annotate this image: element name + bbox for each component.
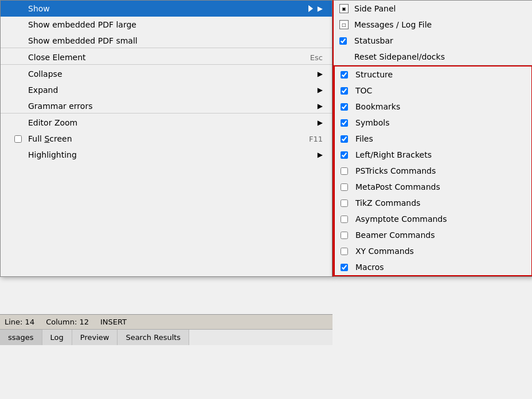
highlighting-arrow: ▶ xyxy=(318,151,323,159)
bookmarks-checkbox[interactable] xyxy=(341,103,348,111)
line-indicator: Line: 14 xyxy=(5,318,34,326)
submenu-item-reset-sidepanel[interactable]: Reset Sidepanel/docks xyxy=(334,49,532,65)
menu-item-grammar-errors[interactable]: Grammar errors ▶ xyxy=(1,98,332,114)
submenu-item-symbols[interactable]: Symbols xyxy=(335,115,531,131)
docked-panels-section: Structure TOC Bookmarks Symbols xyxy=(334,65,532,276)
submenu-item-files[interactable]: Files xyxy=(335,131,531,147)
menu-item-highlighting[interactable]: Highlighting ▶ xyxy=(1,147,332,163)
submenu-item-pstricks-commands[interactable]: PSTricks Commands xyxy=(335,163,531,179)
beamer-checkbox[interactable] xyxy=(341,232,348,239)
messages-log-icon: □ xyxy=(339,20,349,29)
submenu-item-structure[interactable]: Structure xyxy=(335,66,531,83)
tab-search-results[interactable]: Search Results xyxy=(118,330,189,345)
submenu-item-toc[interactable]: TOC xyxy=(335,83,531,99)
menu-item-editor-zoom[interactable]: Editor Zoom ▶ xyxy=(1,115,332,131)
submenu-item-asymptote-commands[interactable]: Asymptote Commands xyxy=(335,211,531,227)
submenu-item-xy-commands[interactable]: XY Commands xyxy=(335,243,531,259)
submenu-item-beamer-commands[interactable]: Beamer Commands xyxy=(335,227,531,243)
submenu-item-macros[interactable]: Macros xyxy=(335,259,531,275)
left-right-brackets-checkbox[interactable] xyxy=(341,151,348,159)
macros-checkbox[interactable] xyxy=(341,264,348,271)
expand-arrow: ▶ xyxy=(318,86,323,94)
toc-checkbox[interactable] xyxy=(341,87,348,95)
grammar-arrow: ▶ xyxy=(318,102,323,110)
submenu-item-side-panel[interactable]: ▣ Side Panel xyxy=(334,1,532,17)
metapost-checkbox[interactable] xyxy=(341,183,348,191)
tab-preview[interactable]: Preview xyxy=(72,330,118,345)
files-checkbox[interactable] xyxy=(341,135,348,143)
structure-checkbox[interactable] xyxy=(341,71,348,79)
menu-container: Show ▶ Show embedded PDF large Show embe… xyxy=(0,0,532,277)
submenu-item-metapost-commands[interactable]: MetaPost Commands xyxy=(335,179,531,195)
menu-item-show-embedded-small[interactable]: Show embedded PDF small xyxy=(1,33,332,48)
show-submenu: ▣ Side Panel □ Messages / Log File Statu… xyxy=(332,0,532,277)
xy-checkbox[interactable] xyxy=(341,248,348,255)
pstricks-checkbox[interactable] xyxy=(341,167,348,175)
submenu-item-statusbar[interactable]: Statusbar xyxy=(334,33,532,49)
submenu-item-left-right-brackets[interactable]: Left/Right Brackets xyxy=(335,147,531,163)
bottom-tab-bar: ssages Log Preview Search Results xyxy=(0,329,332,345)
status-bar: Line: 14 Column: 12 INSERT xyxy=(0,314,332,329)
full-screen-checkbox[interactable] xyxy=(14,135,22,143)
mode-indicator: INSERT xyxy=(100,318,127,326)
submenu-item-messages-log[interactable]: □ Messages / Log File xyxy=(334,17,532,33)
column-indicator: Column: 12 xyxy=(46,318,89,326)
symbols-checkbox[interactable] xyxy=(341,119,348,127)
menu-item-close-element[interactable]: Close Element Esc xyxy=(1,49,332,65)
cursor-icon xyxy=(308,5,313,12)
submenu-item-bookmarks[interactable]: Bookmarks xyxy=(335,99,531,115)
show-menu: Show ▶ Show embedded PDF large Show embe… xyxy=(0,0,332,277)
menu-item-full-screen[interactable]: Full Screen F11 xyxy=(1,131,332,147)
submenu-item-tikz-commands[interactable]: TikZ Commands xyxy=(335,195,531,211)
submenu-arrow: ▶ xyxy=(318,5,323,13)
tab-log[interactable]: Log xyxy=(42,330,72,345)
zoom-arrow: ▶ xyxy=(318,119,323,127)
menu-item-show-embedded-large[interactable]: Show embedded PDF large xyxy=(1,17,332,33)
menu-item-show[interactable]: Show ▶ xyxy=(1,1,332,17)
asymptote-checkbox[interactable] xyxy=(341,216,348,223)
statusbar-checkbox[interactable] xyxy=(339,37,347,45)
side-panel-icon: ▣ xyxy=(339,4,349,13)
menu-item-expand[interactable]: Expand ▶ xyxy=(1,82,332,98)
menu-item-collapse[interactable]: Collapse ▶ xyxy=(1,66,332,82)
collapse-arrow: ▶ xyxy=(318,70,323,78)
tab-messages[interactable]: ssages xyxy=(0,330,42,345)
tikz-checkbox[interactable] xyxy=(341,200,348,207)
